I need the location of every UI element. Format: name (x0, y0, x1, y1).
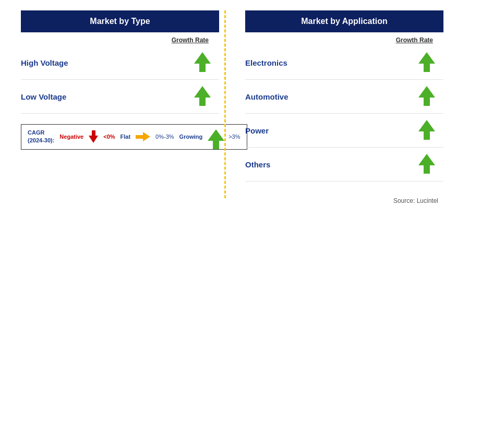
up-arrow-icon (418, 86, 435, 107)
divider (224, 10, 226, 198)
left-growth-rate-row: Growth Rate (21, 37, 219, 44)
legend-growing-sublabel: >3% (229, 134, 240, 140)
list-item: Automotive (245, 80, 443, 114)
right-item-power: Power (245, 126, 269, 135)
negative-label: Negative (59, 134, 83, 140)
up-arrow-icon (418, 154, 435, 175)
legend-negative: Negative (59, 134, 83, 140)
right-growth-rate-row: Growth Rate (245, 37, 443, 44)
flat-label: Flat (121, 134, 131, 140)
right-panel-title: Market by Application (245, 10, 443, 32)
up-arrow-growing-icon (208, 129, 219, 144)
legend-box: CAGR(2024-30): Negative <0% Flat 0%-3% G… (21, 124, 247, 150)
list-item: High Voltage (21, 46, 219, 80)
list-item: Electronics (245, 46, 443, 80)
up-arrow-icon (418, 120, 435, 141)
left-item-high-voltage: High Voltage (21, 58, 68, 67)
right-panel: Market by Application Growth Rate Electr… (245, 10, 443, 204)
source-text: Source: Lucintel (245, 197, 443, 204)
cagr-label: CAGR(2024-30): (28, 129, 54, 145)
left-panel: Market by Type Growth Rate High Voltage … (21, 10, 219, 204)
right-growth-rate-label: Growth Rate (396, 37, 433, 44)
right-item-automotive: Automotive (245, 92, 288, 101)
legend-flat-sublabel: 0%-3% (155, 134, 174, 140)
right-items-container: Electronics Automotive Power Others (245, 46, 443, 181)
growing-sublabel: >3% (229, 134, 240, 140)
down-arrow-icon (89, 130, 98, 143)
growing-label: Growing (179, 134, 203, 140)
main-container: Market by Type Growth Rate High Voltage … (0, 0, 493, 215)
up-arrow-icon (418, 52, 435, 73)
right-item-others: Others (245, 160, 270, 169)
up-arrow-icon (194, 86, 211, 107)
left-panel-title: Market by Type (21, 10, 219, 32)
negative-sublabel: <0% (103, 134, 115, 140)
flat-sublabel: 0%-3% (155, 134, 174, 140)
legend-growing: Growing (179, 134, 203, 140)
legend-flat: Flat (121, 134, 131, 140)
list-item: Power (245, 114, 443, 148)
list-item: Others (245, 148, 443, 181)
right-item-electronics: Electronics (245, 58, 287, 67)
legend-negative-sublabel: <0% (103, 134, 115, 140)
left-items-container: High Voltage Low Voltage (21, 46, 219, 114)
list-item: Low Voltage (21, 80, 219, 114)
up-arrow-icon (194, 52, 211, 73)
right-arrow-icon (136, 132, 150, 141)
left-item-low-voltage: Low Voltage (21, 92, 66, 101)
left-growth-rate-label: Growth Rate (172, 37, 209, 44)
